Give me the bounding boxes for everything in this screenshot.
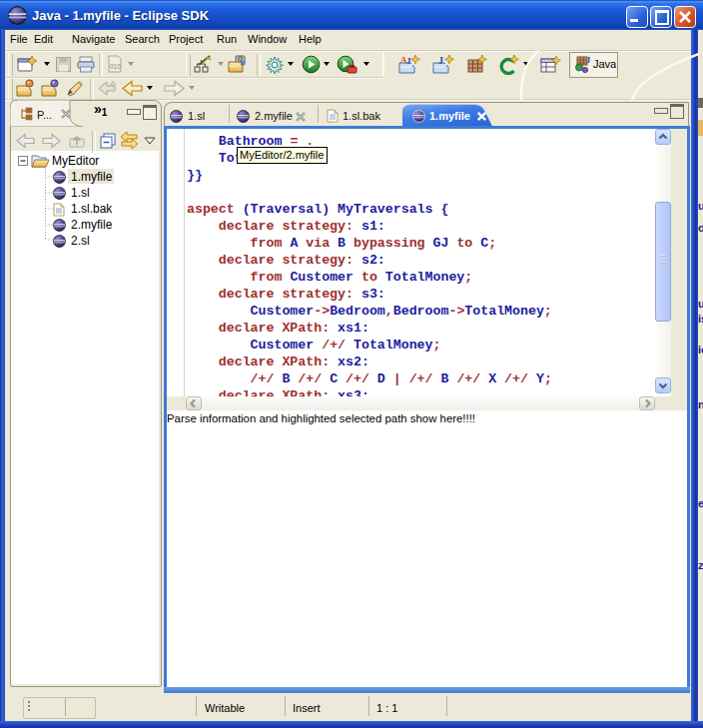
svg-text:J: J <box>406 56 411 66</box>
svg-text:J: J <box>438 55 443 66</box>
svg-text:010: 010 <box>110 63 121 70</box>
svg-text:J: J <box>586 55 591 65</box>
